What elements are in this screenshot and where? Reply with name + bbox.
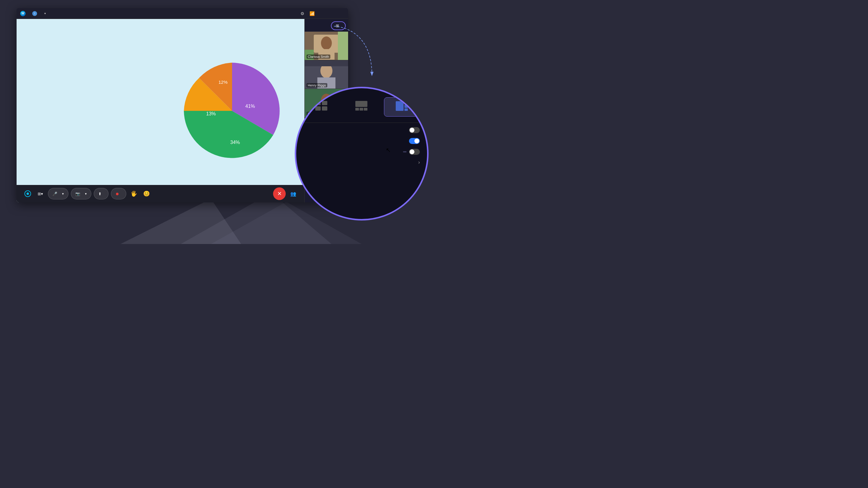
options-divider <box>304 123 420 123</box>
fullscreen-toggle-knob <box>410 128 414 133</box>
svg-rect-37 <box>404 108 408 111</box>
pie-chart: 41% 34% 13% 12% <box>184 63 280 159</box>
show-participants-toggle[interactable] <box>409 138 420 144</box>
fullscreen-option-row <box>304 127 420 133</box>
svg-text:34%: 34% <box>230 140 240 145</box>
toolbar: ⊞▾ 🎤 ▾ 📷 ▾ ⬆ <box>17 185 304 202</box>
show-participants-toggle-knob <box>414 138 419 143</box>
grid-layout-option[interactable] <box>304 97 339 117</box>
people-focus-option-row <box>304 149 420 155</box>
layout-panel-circle: › <box>296 87 428 220</box>
svg-rect-18 <box>305 60 348 66</box>
svg-text:13%: 13% <box>206 111 216 116</box>
layout-button[interactable]: ⊞ <box>331 22 346 30</box>
svg-rect-33 <box>364 108 367 110</box>
titlebar: W i ▾ ⚙ 📶 <box>17 8 348 19</box>
participant-name-clarissa: Clarissa Smith <box>307 55 330 59</box>
svg-rect-30 <box>355 101 367 107</box>
share-button[interactable]: ⬆ <box>94 188 108 199</box>
signal-icon[interactable]: 📶 <box>308 10 315 17</box>
window-controls: ⚙ 📶 <box>299 10 344 17</box>
reactions-button[interactable]: 🖐 <box>129 189 139 199</box>
show-menu-bar-button[interactable]: ▾ <box>43 12 46 15</box>
svg-rect-26 <box>315 101 321 105</box>
toolbar-left: ⊞▾ 🎤 ▾ 📷 ▾ ⬆ <box>23 188 271 199</box>
names-in-videos-row[interactable]: › <box>304 160 420 165</box>
layout-panel-inner: › <box>296 88 427 219</box>
pie-chart-svg: 41% 34% 13% 12% <box>184 63 280 159</box>
layout-toggle-icon[interactable]: ⊞▾ <box>35 189 45 199</box>
layout-grid-icon: ⊞ <box>336 24 339 28</box>
stack-layout-icon <box>355 100 368 111</box>
mute-button[interactable]: 🎤 ▾ <box>48 188 68 199</box>
svg-rect-34 <box>396 101 404 111</box>
end-call-button[interactable]: ✕ <box>273 187 286 200</box>
show-participants-option-row <box>304 138 420 144</box>
stop-video-button[interactable]: 📷 ▾ <box>71 188 91 199</box>
svg-rect-29 <box>322 106 327 110</box>
participant-thumb-henry[interactable]: Henry Riggs <box>305 60 348 89</box>
grid-layout-icon <box>315 100 328 111</box>
layout-options <box>304 97 420 117</box>
svg-point-11 <box>321 36 332 50</box>
camera-icon: 📷 <box>75 192 80 196</box>
presentation-area: 41% 34% 13% 12% <box>17 19 304 202</box>
side-by-side-layout-option[interactable] <box>384 97 420 117</box>
svg-rect-35 <box>404 101 408 104</box>
webex-icon: W <box>20 11 26 16</box>
webex-toolbar-icon[interactable] <box>23 189 33 199</box>
svg-rect-32 <box>360 108 363 110</box>
slide: 41% 34% 13% 12% <box>17 19 304 202</box>
close-button[interactable] <box>337 10 344 17</box>
emoji-button[interactable]: 😊 <box>141 189 152 199</box>
mic-icon: 🎤 <box>53 192 57 196</box>
participant-name-henry: Henry Riggs <box>307 83 327 87</box>
svg-text:12%: 12% <box>218 79 227 85</box>
share-icon: ⬆ <box>98 192 101 196</box>
mute-chevron-icon: ▾ <box>62 192 64 196</box>
chevron-down-icon: ▾ <box>44 12 46 15</box>
names-in-videos-chevron-icon: › <box>418 160 420 165</box>
people-focus-toggle-knob <box>410 150 414 154</box>
svg-point-8 <box>27 193 29 195</box>
svg-rect-36 <box>404 105 408 108</box>
svg-rect-13 <box>338 32 348 60</box>
stack-layout-option[interactable] <box>344 97 379 117</box>
meeting-info-button[interactable]: i <box>32 11 38 16</box>
more-button[interactable] <box>154 189 164 199</box>
people-focus-badge <box>403 151 407 153</box>
webex-logo-area: W <box>20 11 27 16</box>
participant-thumb-clarissa[interactable]: Clarissa Smith <box>305 32 348 60</box>
meeting-info-icon: i <box>32 11 37 16</box>
svg-rect-27 <box>322 101 327 105</box>
record-button[interactable]: ⏺ <box>111 188 126 199</box>
video-chevron-icon: ▾ <box>85 192 87 196</box>
side-by-side-layout-icon <box>395 101 408 111</box>
minimize-button[interactable] <box>318 10 325 17</box>
phone-hang-up-icon: ✕ <box>277 190 282 197</box>
fullscreen-toggle[interactable] <box>409 127 420 133</box>
record-icon: ⏺ <box>116 192 119 196</box>
svg-text:41%: 41% <box>245 104 255 109</box>
people-focus-toggle[interactable] <box>409 149 420 155</box>
maximize-button[interactable] <box>328 10 335 17</box>
svg-rect-28 <box>315 106 321 110</box>
svg-rect-31 <box>355 108 359 110</box>
settings-icon[interactable]: ⚙ <box>299 10 306 17</box>
